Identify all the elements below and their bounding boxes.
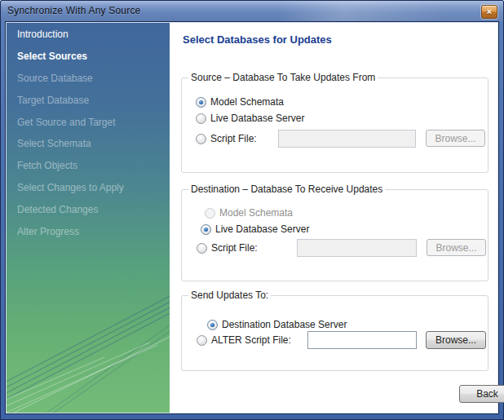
group-destination-title: Destination – Database To Receive Update… <box>188 183 385 195</box>
option-label: Script File: <box>210 133 257 144</box>
option-source-script-file: Script File: Browse... <box>196 130 481 148</box>
option-label: Script File: <box>211 242 258 254</box>
group-send-updates-title: Send Updates To: <box>188 290 271 301</box>
group-destination: Destination – Database To Receive Update… <box>181 189 489 281</box>
group-source-title: Source – Database To Take Updates From <box>188 72 378 83</box>
option-source-model-schemata[interactable]: Model Schemata <box>196 94 284 110</box>
destination-script-file-input <box>297 239 417 257</box>
option-send-destination-server[interactable]: Destination Database Server <box>207 316 347 333</box>
radio-button-icon[interactable] <box>196 97 206 108</box>
back-button[interactable]: Back <box>459 385 504 403</box>
sidebar-item-target-database: Target Database <box>7 89 170 111</box>
sidebar-item-detected-changes: Detected Changes <box>7 198 170 220</box>
destination-browse-button: Browse... <box>427 239 486 256</box>
group-source: Source – Database To Take Updates From M… <box>181 77 489 173</box>
option-destination-script-file: Script File: Browse... <box>197 239 481 257</box>
sidebar-item-select-sources: Select Sources <box>7 46 170 68</box>
sidebar-item-select-changes: Select Changes to Apply <box>7 177 170 199</box>
option-send-alter-script-file: ALTER Script File: Browse... <box>197 331 481 349</box>
close-icon: × <box>487 7 492 16</box>
option-label: ALTER Script File: <box>211 334 291 346</box>
option-label: Live Database Server <box>210 113 304 124</box>
radio-button-icon[interactable] <box>197 335 207 346</box>
window-title: Synchronize With Any Source <box>7 5 140 16</box>
alter-script-file-input[interactable] <box>307 331 417 349</box>
option-label: Live Database Server <box>215 223 309 235</box>
group-send-updates: Send Updates To: Destination Database Se… <box>181 295 489 371</box>
option-label: Destination Database Server <box>222 319 347 330</box>
option-destination-live-server[interactable]: Live Database Server <box>201 221 309 237</box>
sidebar-item-introduction: Introduction <box>7 24 170 46</box>
radio-button-icon <box>205 208 215 219</box>
sidebar-item-alter-progress: Alter Progress <box>7 220 170 242</box>
option-source-live-server[interactable]: Live Database Server <box>196 110 304 126</box>
radio-button-icon[interactable] <box>201 224 211 235</box>
option-label: Model Schemata <box>219 207 293 219</box>
main-panel: Select Databases for Updates Source – Da… <box>170 23 497 413</box>
option-label: Model Schemata <box>210 96 284 108</box>
dialog-window: Synchronize With Any Source × <box>0 0 504 420</box>
radio-button-icon[interactable] <box>196 134 206 144</box>
wizard-steps: Introduction Select Sources Source Datab… <box>7 23 170 242</box>
sidebar-item-select-schemata: Select Schemata <box>7 133 170 155</box>
radio-button-icon[interactable] <box>196 113 206 124</box>
alter-browse-button[interactable]: Browse... <box>426 331 486 349</box>
source-script-file-input <box>278 130 416 148</box>
title-bar: Synchronize With Any Source × <box>1 1 503 21</box>
source-browse-button: Browse... <box>426 130 485 147</box>
sidebar-item-get-source-and-target: Get Source and Target <box>7 111 170 133</box>
page-title: Select Databases for Updates <box>183 33 332 46</box>
radio-button-icon[interactable] <box>207 320 218 330</box>
radio-button-icon[interactable] <box>197 243 207 254</box>
client-area: Introduction Select Sources Source Datab… <box>6 22 498 413</box>
sidebar-item-source-database: Source Database <box>7 68 170 90</box>
option-destination-model-schemata: Model Schemata <box>205 205 293 221</box>
close-button[interactable]: × <box>481 5 497 19</box>
sidebar-item-fetch-objects: Fetch Objects <box>7 155 170 177</box>
wizard-sidebar: Introduction Select Sources Source Datab… <box>7 23 170 413</box>
